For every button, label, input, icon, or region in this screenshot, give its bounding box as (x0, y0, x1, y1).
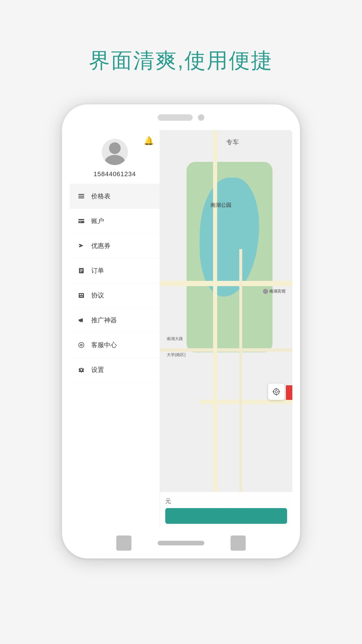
bell-icon[interactable]: 🔔 (144, 136, 154, 146)
avatar (102, 139, 128, 165)
phone-mockup: 🔔 15844061234 (61, 104, 301, 559)
phone-camera (198, 114, 204, 121)
svg-point-23 (275, 391, 277, 393)
gps-button[interactable] (268, 384, 284, 400)
phone-bottom-bar (116, 536, 246, 551)
order-icon (77, 266, 86, 275)
map-label-univ: 大学(南区) (167, 352, 186, 358)
price-text: 元 (165, 497, 287, 505)
drawer-header: 🔔 15844061234 (70, 130, 160, 184)
map-road-h2 (160, 348, 292, 352)
menu-label-order: 订单 (91, 266, 104, 275)
map-label-hotel: 南湖宾馆 (263, 289, 286, 294)
user-phone-number: 15844061234 (94, 170, 136, 178)
menu-item-coupon[interactable]: 优惠券 (70, 234, 160, 258)
agreement-icon (77, 291, 86, 300)
menu-item-order[interactable]: 订单 (70, 258, 160, 283)
settings-icon (77, 365, 86, 374)
svg-rect-12 (80, 272, 82, 272)
account-icon (77, 216, 86, 226)
page-title: 界面清爽,使用便捷 (89, 47, 273, 75)
call-car-button[interactable] (165, 508, 287, 524)
nav-back-button[interactable] (116, 536, 131, 551)
svg-point-8 (79, 245, 80, 246)
phone-top-bar (158, 114, 204, 121)
menu-item-promote[interactable]: 推广神器 (70, 308, 160, 333)
hotel-dot (263, 289, 268, 294)
coupon-icon (77, 241, 86, 251)
service-icon (77, 340, 86, 350)
svg-rect-15 (82, 294, 83, 295)
svg-rect-6 (78, 220, 84, 221)
map-area: 专车 南湖公园 南湖大路 大学(南区) 南湖宾馆 (160, 130, 292, 527)
svg-rect-2 (78, 194, 84, 195)
menu-item-service[interactable]: 客服中心 (70, 333, 160, 358)
svg-rect-13 (79, 293, 84, 298)
map-bottom-panel: 元 (160, 492, 292, 527)
menu-label-price-list: 价格表 (91, 192, 110, 201)
map-label-zhuanche: 专车 (226, 138, 239, 147)
svg-rect-14 (80, 294, 81, 295)
nav-recents-button[interactable] (231, 536, 246, 551)
menu-item-account[interactable]: 账户 (70, 209, 160, 234)
svg-rect-16 (80, 296, 83, 297)
phone-screen: 🔔 15844061234 (70, 130, 292, 527)
promote-icon (77, 316, 86, 325)
map-label-road2: 南湖大路 (167, 336, 183, 342)
svg-point-0 (109, 142, 121, 154)
app-drawer: 🔔 15844061234 (70, 130, 160, 527)
menu-label-settings: 设置 (91, 365, 104, 374)
menu-item-agreement[interactable]: 协议 (70, 283, 160, 308)
map-road-v1 (213, 130, 217, 527)
menu-item-price-list[interactable]: 价格表 (70, 184, 160, 209)
svg-rect-4 (78, 197, 84, 198)
menu-label-coupon: 优惠券 (91, 242, 110, 250)
map-road-h1 (160, 281, 292, 286)
svg-rect-3 (78, 196, 84, 197)
menu-item-settings[interactable]: 设置 (70, 358, 160, 382)
drawer-menu: 价格表 账户 (70, 184, 160, 527)
phone-speaker (158, 114, 193, 121)
price-list-icon (77, 192, 86, 201)
nav-home-button[interactable] (158, 541, 204, 545)
map-red-mark (286, 385, 292, 400)
map-label-park: 南湖公园 (210, 202, 231, 209)
svg-rect-11 (80, 270, 83, 271)
menu-label-service: 客服中心 (91, 341, 117, 349)
svg-point-21 (80, 369, 82, 371)
svg-rect-7 (79, 222, 81, 222)
map-road-v2 (239, 249, 242, 527)
svg-point-1 (105, 155, 125, 165)
menu-label-promote: 推广神器 (91, 316, 117, 325)
svg-rect-10 (80, 269, 83, 270)
menu-label-account: 账户 (91, 217, 104, 225)
menu-label-agreement: 协议 (91, 291, 104, 300)
svg-point-19 (81, 344, 82, 346)
